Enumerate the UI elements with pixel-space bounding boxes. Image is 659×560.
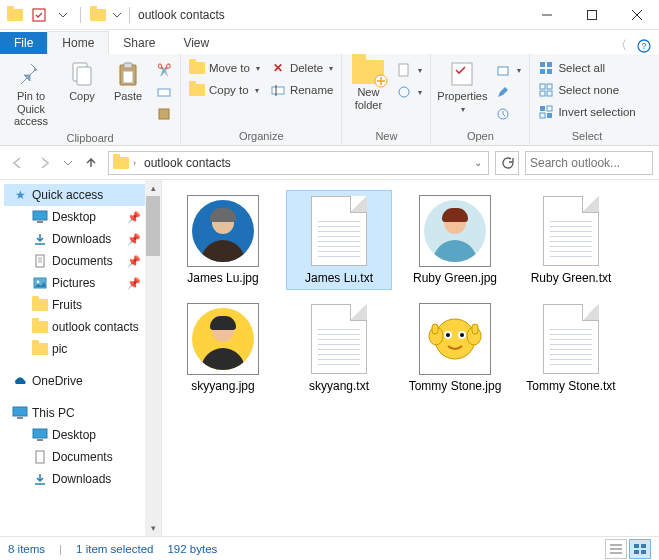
nav-this-pc[interactable]: This PC — [4, 402, 145, 424]
nav-quick-access[interactable]: ★Quick access — [4, 184, 145, 206]
paste-button[interactable]: Paste — [106, 58, 150, 105]
open-group-label: Open — [435, 128, 525, 145]
properties-button[interactable]: Properties▾ — [435, 58, 489, 116]
pin-to-quick-access-button[interactable]: Pin to Quick access — [4, 58, 58, 130]
nav-documents-2[interactable]: Documents — [4, 446, 145, 468]
address-dropdown-icon[interactable]: ⌄ — [474, 157, 486, 168]
select-none-button[interactable]: Select none — [534, 80, 639, 100]
delete-icon: ✕ — [270, 60, 286, 76]
search-box[interactable] — [525, 151, 653, 175]
nav-scrollbar[interactable]: ▴ ▾ — [145, 180, 161, 536]
svg-rect-26 — [540, 69, 545, 74]
ribbon-group-open: Properties▾ ▾ Open — [431, 54, 530, 145]
tab-view[interactable]: View — [169, 32, 223, 54]
paste-label: Paste — [114, 90, 142, 103]
nav-pic[interactable]: pic — [4, 338, 145, 360]
nav-desktop[interactable]: Desktop📌 — [4, 206, 145, 228]
invert-selection-button[interactable]: Invert selection — [534, 102, 639, 122]
file-item[interactable]: skyyang.txt — [286, 298, 392, 398]
rename-button[interactable]: Rename — [266, 80, 337, 100]
large-icons-view-button[interactable] — [629, 539, 651, 559]
nav-documents[interactable]: Documents📌 — [4, 250, 145, 272]
up-button[interactable] — [80, 152, 102, 174]
search-input[interactable] — [530, 156, 659, 170]
cut-button[interactable]: ✂️ — [152, 60, 176, 80]
scroll-down-icon[interactable]: ▾ — [145, 520, 161, 536]
scroll-up-icon[interactable]: ▴ — [145, 180, 161, 196]
tab-share[interactable]: Share — [109, 32, 169, 54]
nav-downloads[interactable]: Downloads📌 — [4, 228, 145, 250]
file-item[interactable]: James Lu.jpg — [170, 190, 276, 290]
select-all-button[interactable]: Select all — [534, 58, 639, 78]
copy-path-button[interactable] — [152, 82, 176, 102]
file-list[interactable]: James Lu.jpgJames Lu.txtRuby Green.jpgRu… — [162, 180, 659, 536]
svg-rect-67 — [634, 550, 639, 554]
pin-icon: 📌 — [127, 233, 141, 246]
documents-icon — [32, 449, 48, 465]
image-thumbnail — [419, 195, 491, 267]
file-name: skyyang.jpg — [191, 379, 254, 393]
history-button[interactable] — [491, 104, 525, 124]
forward-button[interactable] — [34, 152, 56, 174]
file-item[interactable]: Ruby Green.jpg — [402, 190, 508, 290]
minimize-button[interactable] — [524, 0, 569, 30]
refresh-button[interactable] — [495, 151, 519, 175]
edit-button[interactable] — [491, 82, 525, 102]
star-icon: ★ — [12, 187, 28, 203]
svg-rect-27 — [547, 69, 552, 74]
svg-rect-33 — [547, 106, 552, 111]
tab-file[interactable]: File — [0, 32, 47, 54]
svg-rect-2 — [587, 10, 596, 19]
qat-properties-icon[interactable] — [28, 4, 50, 26]
file-item[interactable]: skyyang.jpg — [170, 298, 276, 398]
nav-downloads-2[interactable]: Downloads — [4, 468, 145, 490]
clipboard-group-label: Clipboard — [4, 130, 176, 147]
move-to-button[interactable]: Move to▾ — [185, 58, 264, 78]
new-item-button[interactable]: ▾ — [392, 60, 426, 80]
svg-rect-38 — [33, 211, 47, 220]
file-item[interactable]: Tommy Stone.txt — [518, 298, 624, 398]
copy-icon — [68, 60, 96, 88]
svg-rect-32 — [540, 106, 545, 111]
open-button[interactable]: ▾ — [491, 60, 525, 80]
tab-home[interactable]: Home — [47, 31, 109, 54]
nav-onedrive[interactable]: OneDrive — [4, 370, 145, 392]
collapse-ribbon-icon[interactable]: 〈 — [615, 37, 627, 54]
nav-outlook-contacts[interactable]: outlook contacts — [4, 316, 145, 338]
nav-desktop-2[interactable]: Desktop — [4, 424, 145, 446]
folder-icon — [113, 157, 129, 169]
svg-point-46 — [37, 281, 40, 284]
organize-group-label: Organize — [185, 128, 337, 145]
copy-to-button[interactable]: Copy to▾ — [185, 80, 264, 100]
new-folder-button[interactable]: New folder — [346, 58, 390, 113]
delete-button[interactable]: ✕Delete▾ — [266, 58, 337, 78]
nav-fruits[interactable]: Fruits — [4, 294, 145, 316]
copy-button[interactable]: Copy — [60, 58, 104, 105]
recent-locations-button[interactable] — [62, 152, 74, 174]
breadcrumb-folder[interactable]: outlook contacts — [142, 156, 233, 170]
back-button[interactable] — [6, 152, 28, 174]
svg-rect-25 — [547, 62, 552, 67]
image-thumbnail — [419, 303, 491, 375]
window-title: outlook contacts — [134, 8, 524, 22]
easy-access-button[interactable]: ▾ — [392, 82, 426, 102]
svg-rect-65 — [634, 544, 639, 548]
breadcrumb-root[interactable]: › — [111, 157, 138, 169]
address-bar[interactable]: › outlook contacts ⌄ — [108, 151, 489, 175]
text-file-icon — [303, 195, 375, 267]
qat-dropdown-icon[interactable] — [52, 4, 74, 26]
rename-icon — [270, 82, 286, 98]
pin-label: Pin to Quick access — [6, 90, 56, 128]
open-icon — [495, 62, 511, 78]
qat-dropdown-icon[interactable] — [111, 4, 123, 26]
scroll-thumb[interactable] — [146, 196, 160, 256]
details-view-button[interactable] — [605, 539, 627, 559]
file-item[interactable]: James Lu.txt — [286, 190, 392, 290]
maximize-button[interactable] — [569, 0, 614, 30]
file-item[interactable]: Tommy Stone.jpg — [402, 298, 508, 398]
file-item[interactable]: Ruby Green.txt — [518, 190, 624, 290]
nav-pictures[interactable]: Pictures📌 — [4, 272, 145, 294]
close-button[interactable] — [614, 0, 659, 30]
help-icon[interactable]: ? — [637, 39, 651, 53]
paste-shortcut-button[interactable] — [152, 104, 176, 124]
